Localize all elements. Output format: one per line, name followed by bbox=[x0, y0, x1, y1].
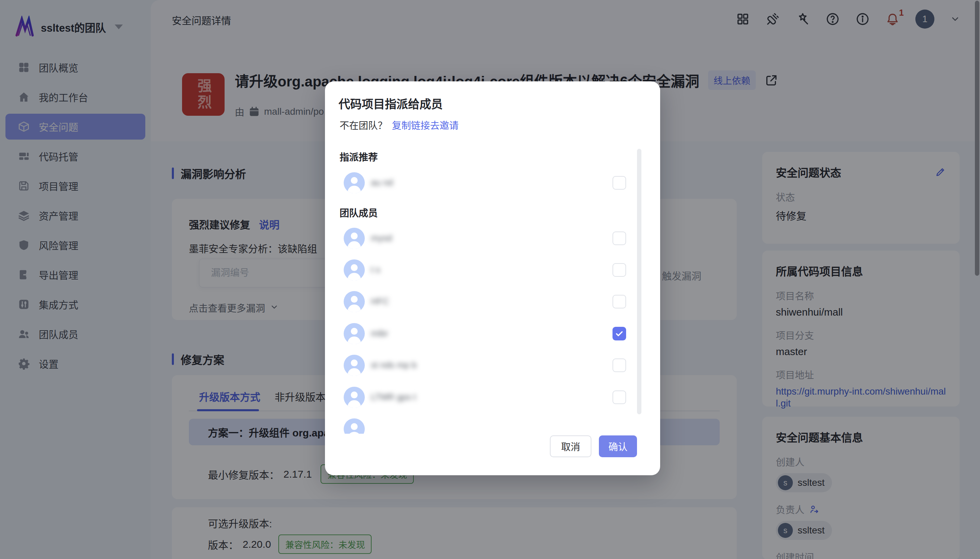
member-row[interactable]: HFC bbox=[325, 286, 660, 317]
member-checkbox[interactable] bbox=[612, 390, 626, 404]
member-avatar-icon bbox=[344, 418, 365, 434]
member-row[interactable]: t s bbox=[325, 254, 660, 286]
member-checkbox[interactable] bbox=[612, 232, 626, 245]
member-row[interactable]: mysd bbox=[325, 223, 660, 254]
confirm-button[interactable]: 确认 bbox=[599, 435, 637, 457]
invite-question: 不在团队？ bbox=[340, 121, 387, 131]
cancel-button[interactable]: 取消 bbox=[550, 435, 591, 457]
member-avatar-icon bbox=[344, 172, 365, 194]
member-name-masked: st nds mp b bbox=[371, 360, 416, 370]
member-checkbox[interactable] bbox=[612, 295, 626, 308]
member-avatar-icon bbox=[344, 387, 365, 408]
member-name-masked: mibr bbox=[371, 328, 388, 339]
member-list: 指派推荐au nd团队成员mysdt sHFCmibrst nds mp bLT… bbox=[325, 143, 660, 434]
copy-invite-link[interactable]: 复制链接去邀请 bbox=[392, 121, 459, 131]
member-row[interactable]: st nds mp b bbox=[325, 350, 660, 381]
member-avatar-icon bbox=[344, 291, 365, 312]
member-checkbox[interactable] bbox=[612, 327, 626, 341]
member-name-masked: HFC bbox=[371, 296, 389, 307]
modal-scrollbar[interactable] bbox=[637, 149, 642, 414]
modal-title: 代码项目指派给成员 bbox=[338, 95, 443, 112]
member-name-masked: mysd bbox=[371, 233, 392, 243]
member-avatar-icon bbox=[344, 323, 365, 344]
group-label-team: 团队成员 bbox=[340, 206, 378, 219]
member-avatar-icon bbox=[344, 228, 365, 249]
member-name-masked: t s bbox=[371, 265, 380, 275]
member-checkbox[interactable] bbox=[612, 176, 626, 190]
member-row[interactable]: mibr bbox=[325, 318, 660, 349]
member-avatar-icon bbox=[344, 260, 365, 281]
member-name-masked: LTMR gps t bbox=[371, 392, 416, 402]
member-avatar-icon bbox=[344, 355, 365, 376]
member-name-masked: au nd bbox=[371, 177, 393, 188]
invite-row: 不在团队？ 复制链接去邀请 bbox=[340, 118, 459, 132]
modal-footer: 取消 确认 bbox=[325, 435, 660, 457]
member-checkbox[interactable] bbox=[612, 263, 626, 277]
member-checkbox[interactable] bbox=[612, 359, 626, 372]
member-row[interactable]: LTMR gps t bbox=[325, 382, 660, 413]
group-label-recommended: 指派推荐 bbox=[340, 150, 378, 164]
member-row[interactable] bbox=[325, 413, 660, 434]
member-row[interactable]: au nd bbox=[325, 167, 660, 198]
assign-member-modal: 代码项目指派给成员 不在团队？ 复制链接去邀请 指派推荐au nd团队成员mys… bbox=[325, 81, 660, 475]
